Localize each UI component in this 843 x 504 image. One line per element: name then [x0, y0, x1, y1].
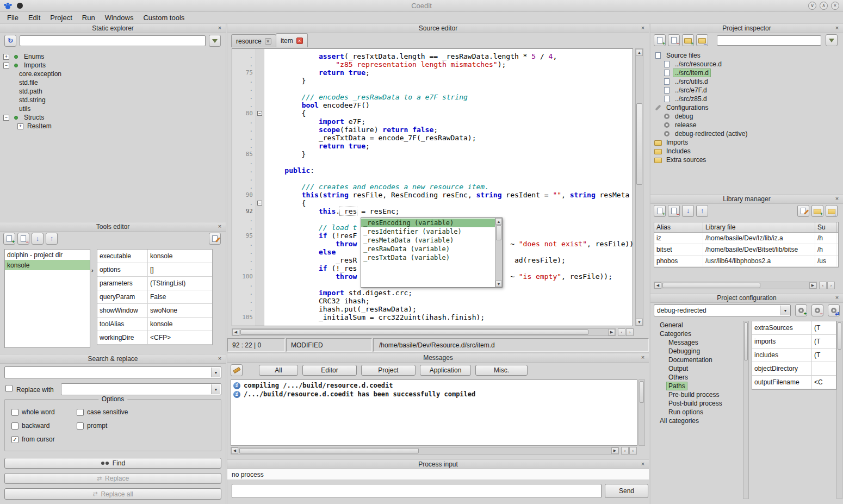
tree-item[interactable]: Others [654, 373, 742, 382]
next-button[interactable]: › [827, 282, 835, 289]
code-line[interactable] [268, 158, 633, 166]
scroll-left-icon[interactable]: ◀ [654, 282, 661, 289]
popup-scrollbar[interactable]: ▲ ▼ [495, 218, 502, 287]
add-tool-button[interactable]: + [3, 233, 15, 245]
find-button[interactable]: Find [4, 458, 221, 469]
close-panel-icon[interactable]: × [639, 354, 647, 360]
property-value[interactable]: False [148, 290, 212, 303]
property-value[interactable]: konsole [148, 318, 212, 331]
property-row[interactable]: includes(T [752, 349, 836, 362]
move-tool-up-button[interactable]: ↑ [46, 233, 58, 245]
checkbox[interactable]: ✓ [11, 436, 18, 443]
code-line[interactable]: CRC32 ihash; [268, 297, 633, 305]
filter-application[interactable]: Application [420, 365, 471, 376]
replace-with-combobox[interactable]: ▼ [61, 383, 221, 395]
scroll-right-icon[interactable]: ▶ [608, 329, 615, 335]
tree-item[interactable]: core.exception [0, 70, 226, 78]
column-header-alias[interactable]: Alias [654, 222, 703, 232]
close-panel-icon[interactable]: × [833, 294, 841, 301]
tree-item[interactable]: Output [654, 364, 742, 373]
next-button[interactable]: › [629, 447, 637, 455]
option-case-sensitive[interactable]: case sensitive [77, 408, 216, 416]
code-line[interactable]: { [268, 109, 633, 117]
library-row[interactable]: iz/home/basile/Dev/Iz/lib/iz.a/h [654, 233, 838, 244]
filter-button[interactable] [826, 34, 838, 46]
tool-item[interactable]: dolphin - project dir [5, 250, 90, 260]
code-line[interactable]: } [268, 150, 633, 158]
add-library-button[interactable]: + [654, 205, 666, 217]
property-row[interactable]: showWindowswoNone [97, 304, 212, 318]
property-row[interactable]: outputFilename<C [752, 376, 836, 389]
refresh-symbols-button[interactable]: ↻ [4, 35, 16, 47]
scroll-up-icon[interactable]: ▲ [495, 218, 502, 225]
sync-configuration-button[interactable]: ⇄ [828, 304, 840, 316]
message-item[interactable]: icompiling /.../build/resource.d.coedit [231, 381, 637, 390]
tree-item[interactable]: Paths [654, 382, 742, 390]
tree-item[interactable]: +ResItem [0, 122, 226, 130]
add-from-folder-button[interactable]: + [811, 205, 823, 217]
menu-file[interactable]: File [2, 13, 23, 23]
clear-messages-button[interactable] [231, 364, 243, 376]
editor-vscrollbar[interactable]: ▲ ▼ [635, 48, 643, 326]
message-item[interactable]: i/.../build/resource.d.coedit has been s… [231, 390, 637, 399]
close-panel-icon[interactable]: × [639, 461, 647, 467]
add-configuration-button[interactable]: + [795, 304, 807, 316]
open-folder-button[interactable]: → [696, 34, 708, 46]
tab-item[interactable]: item × [276, 33, 308, 47]
fold-collapse-icon[interactable]: − [257, 111, 262, 116]
tree-item[interactable]: ../src/utils.d [650, 77, 843, 86]
chevron-down-icon[interactable]: ▼ [211, 368, 220, 377]
expander-icon[interactable]: − [3, 63, 9, 69]
property-value[interactable]: (T [812, 335, 836, 348]
code-line[interactable]: "z85 representation length mismatches"); [268, 60, 633, 69]
remove-library-button[interactable]: − [668, 205, 680, 217]
checkbox[interactable] [11, 422, 18, 430]
code-line[interactable]: ihash.put(_resRawData); [268, 305, 633, 313]
code-line[interactable]: { [268, 199, 633, 207]
scroll-up-icon[interactable]: ▲ [636, 49, 643, 56]
replace-with-checkbox[interactable] [5, 385, 13, 392]
move-tool-down-button[interactable]: ↓ [32, 233, 44, 245]
chevron-down-icon[interactable]: ▼ [211, 384, 220, 394]
tree-item[interactable]: debug [650, 112, 843, 121]
completion-item[interactable]: _resTxtData (variable) [361, 253, 495, 262]
column-header-su[interactable]: Su [815, 222, 837, 232]
code-line[interactable] [268, 85, 633, 93]
code-line[interactable]: this(string resFile, ResEncoding resEnc,… [268, 191, 633, 199]
send-button[interactable]: Send [605, 484, 648, 498]
close-panel-icon[interactable]: × [216, 24, 224, 31]
close-panel-icon[interactable]: × [833, 195, 841, 202]
code-line[interactable]: import std.digest.crc; [268, 289, 633, 297]
checkbox[interactable] [77, 409, 84, 416]
filter-misc[interactable]: Misc. [475, 365, 528, 376]
tree-item[interactable]: std.file [0, 78, 226, 87]
next-button[interactable]: › [626, 328, 634, 336]
option-from-cursor[interactable]: ✓from cursor [11, 435, 72, 443]
filter-project[interactable]: Project [361, 365, 416, 376]
add-folder-button[interactable]: + [682, 34, 694, 46]
properties-scrollbar[interactable] [836, 321, 842, 499]
tree-item[interactable]: Extra sources [650, 155, 843, 164]
property-value[interactable]: <CFP> [148, 331, 212, 344]
replace-button[interactable]: ⇄ Replace [4, 473, 221, 484]
tree-item[interactable]: Debugging [654, 347, 742, 356]
editor-hscrollbar[interactable]: ◀ ▶ [232, 328, 616, 336]
tree-item[interactable]: General [654, 321, 742, 329]
tree-item[interactable]: std.path [0, 87, 226, 96]
menu-custom-tools[interactable]: Custom tools [138, 13, 189, 23]
tree-item[interactable]: Post-build process [654, 399, 742, 408]
tree-item[interactable]: Categories [654, 329, 742, 338]
code-line[interactable] [268, 175, 633, 183]
maximize-button[interactable]: ∧ [820, 2, 828, 10]
code-line[interactable]: return true; [268, 142, 633, 150]
edit-tool-button[interactable] [209, 233, 221, 245]
remove-configuration-button[interactable]: − [811, 304, 823, 316]
scroll-left-icon[interactable]: ◀ [231, 447, 238, 454]
menu-project[interactable]: Project [45, 13, 77, 23]
tree-item[interactable]: Documentation [654, 356, 742, 364]
column-header-library file[interactable]: Library file [703, 222, 815, 232]
option-backward[interactable]: backward [11, 422, 72, 430]
code-line[interactable]: scope(failure) return false; [268, 126, 633, 134]
scrollbar-thumb[interactable] [640, 381, 644, 403]
property-row[interactable]: extraSources(T [752, 321, 836, 335]
